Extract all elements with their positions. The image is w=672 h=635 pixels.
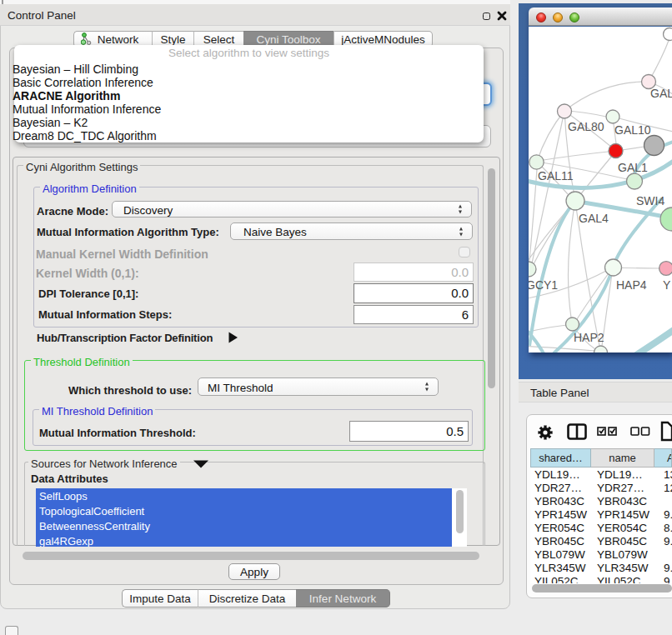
svg-text:GAL7: GAL7	[650, 87, 672, 100]
svg-text:HAP2: HAP2	[574, 331, 604, 344]
svg-text:HAP4: HAP4	[616, 278, 647, 292]
svg-text:GCY1: GCY1	[529, 278, 558, 292]
svg-text:GAL10: GAL10	[614, 123, 651, 137]
svg-text:GAL11: GAL11	[538, 169, 574, 182]
svg-text:GAL80: GAL80	[568, 120, 604, 133]
svg-text:Y: Y	[663, 278, 671, 292]
svg-text:GAL4: GAL4	[579, 212, 609, 225]
svg-text:GAL1: GAL1	[618, 161, 648, 174]
svg-text:SWI4: SWI4	[636, 194, 664, 208]
